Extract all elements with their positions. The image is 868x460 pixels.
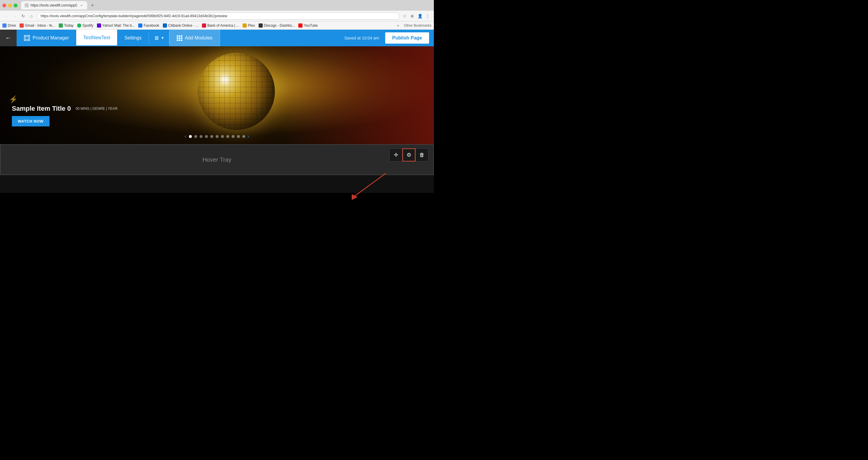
main-content: ⚡ Sample Item Title 0 00 MINS | GENRE | … [0,46,434,193]
lightning-icon: ⚡ [9,95,18,104]
bookmark-label-citibank: Citibank Online - ... [168,24,198,28]
carousel-dot-6[interactable] [216,135,219,138]
hover-tray-label: Hover Tray [203,156,231,163]
reload-btn[interactable]: ↻ [20,13,26,19]
bookmark-item-plex[interactable]: Plex [243,24,255,28]
back-arrow-icon: ← [5,34,11,42]
carousel-dot-4[interactable] [205,135,208,138]
traffic-light-yellow[interactable] [8,4,12,7]
carousel-next-btn[interactable]: › [248,133,249,140]
other-bookmarks-label[interactable]: Other Bookmarks [404,24,432,28]
back-button[interactable]: ← [0,30,17,46]
plex-favicon [243,24,247,28]
hero-title-text: Sample Item Title 0 [12,105,71,113]
today-favicon [59,24,63,28]
carousel-prev-btn[interactable]: ‹ [185,133,187,140]
carousel-nav: ‹ › [185,133,249,140]
back-nav-btn[interactable]: ‹ [4,13,9,19]
carousel-dot-8[interactable] [226,135,229,138]
app-toolbar: ← Product Manager TestNewTest Settings 🖥… [0,30,434,46]
bookmark-item-drive[interactable]: Drive [2,24,16,28]
add-modules-button[interactable]: Add Modules [169,30,220,46]
saved-status-text: Saved at 10:04 am [344,36,379,40]
toolbar-tab-active[interactable]: TestNewTest [76,30,118,46]
bookmark-label-discogs: Discogs - Dashbo... [264,24,295,28]
bookmark-item-today[interactable]: Today [59,24,73,28]
tab-favicon [25,3,29,7]
bookmark-item-citibank[interactable]: Citibank Online - ... [163,24,198,28]
bookmark-label-yahoo: Yahoo! Mail: The b... [102,24,135,28]
carousel-dot-9[interactable] [231,135,235,138]
monitor-icon: 🖥 [154,35,159,41]
bookmark-item-yahoo[interactable]: Yahoo! Mail: The b... [97,24,135,28]
new-tab-btn[interactable]: + [88,1,97,9]
bookmark-label-bofa: Bank of America | ... [207,24,239,28]
yahoo-favicon [97,24,101,28]
move-icon: ✛ [394,152,398,158]
bookmark-item-facebook[interactable]: Facebook [138,24,159,28]
carousel-dot-5[interactable] [210,135,213,138]
youtube-favicon [298,24,303,28]
hero-background: ⚡ [0,46,434,144]
carousel-dot-1[interactable] [189,135,192,138]
tab-bar: https://tools.viewlift.com/appC × + [0,0,434,11]
url-bar[interactable]: https://tools.viewlift.com/appCmsConfig/… [37,12,399,20]
browser-tab[interactable]: https://tools.viewlift.com/appC × [21,1,87,9]
bookmark-item-spotify[interactable]: Spotify [77,24,93,28]
forward-nav-btn[interactable]: › [12,13,18,19]
bookmark-item-bofa[interactable]: Bank of America | ... [202,24,239,28]
carousel-dot-3[interactable] [199,135,203,138]
bookmark-label-facebook: Facebook [144,24,159,28]
product-manager-label: Product Manager [33,35,69,41]
tray-delete-button[interactable]: 🗑 [415,148,429,162]
toolbar-tab-product-manager[interactable]: Product Manager [17,30,76,46]
tray-settings-button[interactable]: ⚙ [402,148,415,162]
carousel-dot-11[interactable] [242,135,245,138]
hero-section: ⚡ Sample Item Title 0 00 MINS | GENRE | … [0,46,434,144]
hero-title-row: Sample Item Title 0 00 MINS | GENRE | YE… [12,105,118,113]
bookmarks-bar: Drive Gmail - Inbox - fe... Today Spotif… [0,21,434,30]
bookmarks-more-btn[interactable]: » [397,24,399,28]
tray-move-button[interactable]: ✛ [390,148,402,162]
publish-page-button[interactable]: Publish Page [385,32,429,44]
address-actions: ☆ ⊕ 👤 ⋮ [402,13,430,19]
traffic-light-green[interactable] [13,4,18,7]
bofa-favicon [202,24,206,28]
citibank-favicon [163,24,167,28]
hero-meta-text: 00 MINS | GENRE | YEAR [75,107,118,111]
bookmark-label-plex: Plex [248,24,255,28]
bookmark-item-youtube[interactable]: YouTube [298,24,318,28]
hero-content: Sample Item Title 0 00 MINS | GENRE | YE… [12,105,118,126]
traffic-light-red[interactable] [2,4,6,7]
menu-icon[interactable]: ⋮ [425,13,430,19]
tab-close-btn[interactable]: × [80,3,84,7]
cube-icon [24,35,30,41]
bookmark-item-discogs[interactable]: Discogs - Dashbo... [258,24,295,28]
bottom-space [0,175,434,193]
bookmark-label-gmail: Gmail - Inbox - fe... [25,24,55,28]
facebook-favicon [138,24,142,28]
gmail-favicon [20,24,24,28]
gear-icon: ⚙ [407,152,411,158]
address-bar: ‹ › ↻ ⌂ https://tools.viewlift.com/appCm… [0,11,434,21]
dropdown-chevron-icon: ▼ [161,36,164,40]
profile-icon[interactable]: 👤 [417,13,423,19]
carousel-dot-2[interactable] [194,135,197,138]
carousel-dot-7[interactable] [221,135,224,138]
tab-title: https://tools.viewlift.com/appC [31,3,78,7]
watch-now-button[interactable]: WATCH NOW [12,116,50,126]
toolbar-right: Saved at 10:04 am Publish Page [344,32,434,44]
bookmark-label-drive: Drive [8,24,16,28]
extensions-icon[interactable]: ⊕ [409,13,415,19]
bookmark-item-gmail[interactable]: Gmail - Inbox - fe... [20,24,55,28]
toolbar-tab-settings[interactable]: Settings [117,30,149,46]
delete-icon: 🗑 [419,152,425,158]
home-btn[interactable]: ⌂ [28,13,34,19]
settings-label: Settings [124,35,142,41]
discogs-favicon [258,24,263,28]
star-icon[interactable]: ☆ [402,13,407,19]
device-selector[interactable]: 🖥 ▼ [149,30,169,46]
add-modules-label: Add Modules [185,35,212,41]
carousel-dot-10[interactable] [237,135,240,138]
svg-marker-7 [352,194,358,200]
